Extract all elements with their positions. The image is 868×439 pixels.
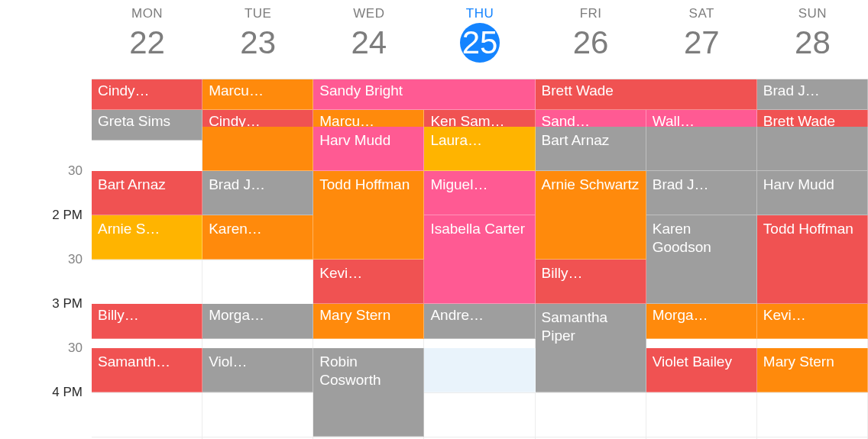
day-number: 26: [571, 23, 611, 63]
time-label: 30: [68, 252, 83, 267]
timed-event[interactable]: Billy…: [92, 304, 202, 339]
timed-event[interactable]: Karen Goodson: [646, 215, 757, 304]
timed-event[interactable]: Andre…: [424, 304, 535, 339]
timed-event[interactable]: Mary Stern: [313, 304, 424, 339]
day-of-week-label: FRI: [536, 6, 646, 21]
allday-event[interactable]: Cindy…: [92, 79, 202, 110]
time-label: 2 PM: [52, 208, 83, 223]
timed-event[interactable]: Samanth…: [92, 348, 202, 392]
time-gutter: 302 PM303 PM304 PM: [0, 79, 92, 439]
timed-event[interactable]: Kevi…: [313, 260, 424, 304]
day-number: 24: [349, 23, 389, 63]
day-header[interactable]: THU25: [424, 0, 535, 79]
day-number: 27: [682, 23, 721, 63]
calendar-header: MON22TUE23WED24THU25FRI26SAT27SUN28: [92, 0, 868, 79]
day-of-week-label: TUE: [202, 6, 313, 21]
timed-event[interactable]: Miguel…: [424, 171, 535, 215]
day-number: 28: [792, 23, 832, 63]
day-of-week-label: SAT: [646, 6, 757, 21]
timed-event[interactable]: Viol…: [202, 348, 313, 392]
day-number: 23: [238, 23, 278, 63]
timed-event[interactable]: [424, 348, 535, 392]
time-label: 30: [68, 341, 83, 356]
allday-event[interactable]: Brett Wade: [536, 79, 757, 110]
timed-event[interactable]: Harv Mudd: [757, 171, 868, 215]
timed-event[interactable]: Isabella Carter: [424, 215, 535, 304]
timed-event[interactable]: [757, 127, 868, 171]
day-of-week-label: THU: [424, 6, 535, 21]
timed-event[interactable]: Bart Arnaz: [92, 171, 202, 215]
day-header[interactable]: SUN28: [757, 0, 868, 79]
day-header[interactable]: TUE23: [202, 0, 313, 79]
timed-event[interactable]: [202, 127, 313, 171]
timed-event[interactable]: Samantha Piper: [536, 304, 646, 392]
timed-event[interactable]: Brad J…: [202, 171, 313, 215]
day-header[interactable]: FRI26: [536, 0, 646, 79]
time-label: 3 PM: [52, 296, 83, 311]
timed-event[interactable]: Arnie Schwartz: [536, 171, 646, 260]
allday-event[interactable]: Greta Sims: [92, 110, 202, 140]
timed-event[interactable]: Kevi…: [757, 304, 868, 339]
day-number: 22: [128, 23, 167, 63]
allday-event[interactable]: Sandy Bright: [313, 79, 535, 110]
timed-event[interactable]: Todd Hoffman: [757, 215, 868, 304]
day-of-week-label: WED: [313, 6, 424, 21]
timed-event[interactable]: Todd Hoffman: [313, 171, 424, 260]
allday-event[interactable]: Marcu…: [202, 79, 313, 110]
timed-event[interactable]: Laura…: [424, 127, 535, 171]
timed-event[interactable]: Karen…: [202, 215, 313, 260]
day-of-week-label: MON: [92, 6, 202, 21]
timed-event[interactable]: [646, 127, 757, 171]
timed-event[interactable]: Morga…: [202, 304, 313, 339]
timed-event[interactable]: Bart Arnaz: [536, 127, 646, 171]
timed-event[interactable]: Harv Mudd: [313, 127, 424, 171]
day-of-week-label: SUN: [757, 6, 868, 21]
timed-event[interactable]: Arnie S…: [92, 215, 202, 260]
day-header[interactable]: MON22: [92, 0, 202, 79]
timed-event[interactable]: Billy…: [536, 260, 646, 304]
time-label: 30: [68, 163, 83, 179]
day-header[interactable]: SAT27: [646, 0, 757, 79]
events-layer: Cindy…Marcu…Sandy BrightBrett WadeBrad J…: [92, 79, 868, 439]
timed-event[interactable]: Violet Bailey: [646, 348, 757, 392]
calendar-week-view: MON22TUE23WED24THU25FRI26SAT27SUN28 302 …: [0, 0, 868, 439]
time-label: 4 PM: [52, 385, 83, 400]
timed-event[interactable]: Mary Stern: [757, 348, 868, 392]
day-number: 25: [460, 23, 500, 63]
day-header[interactable]: WED24: [313, 0, 424, 79]
timed-event[interactable]: Morga…: [646, 304, 757, 339]
timed-event[interactable]: Brad J…: [646, 171, 757, 215]
timed-event[interactable]: Robin Cosworth: [313, 348, 424, 437]
allday-event[interactable]: Brad J…: [757, 79, 868, 110]
